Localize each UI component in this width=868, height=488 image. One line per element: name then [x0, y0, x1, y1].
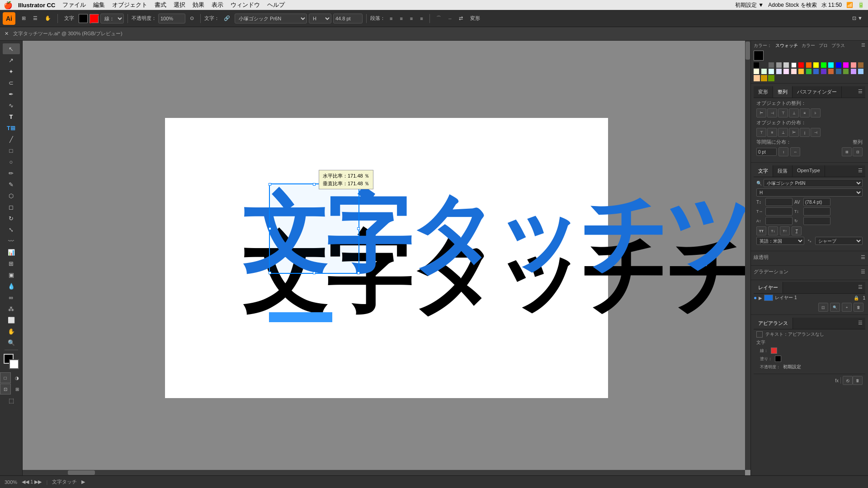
- type-stroke-swatch[interactable]: [90, 14, 99, 23]
- menu-file[interactable]: ファイル: [62, 1, 86, 9]
- align-left-edge[interactable]: ⊢: [756, 108, 766, 117]
- adobe-stock-search[interactable]: Adobe Stock を検索: [768, 1, 816, 9]
- swatch-dk-green[interactable]: [806, 69, 811, 74]
- dist-top[interactable]: ⊤: [756, 128, 766, 137]
- fx-icon[interactable]: fx: [835, 378, 839, 383]
- text-thread-btn[interactable]: ⇄: [456, 14, 466, 23]
- tab-transform[interactable]: 変形: [754, 86, 773, 98]
- apple-menu[interactable]: 🍎: [4, 1, 13, 9]
- swatch-pink[interactable]: [851, 62, 856, 68]
- swatch-yellow[interactable]: [813, 62, 819, 68]
- dist-bottom[interactable]: ⊥: [778, 128, 788, 137]
- appear-delete[interactable]: 🗑: [853, 376, 863, 385]
- equal-dist-v-btn[interactable]: ↕: [778, 147, 788, 156]
- tab-align[interactable]: 整列: [773, 86, 793, 98]
- opacity-input[interactable]: [158, 14, 185, 23]
- warp-tool[interactable]: 〰: [3, 235, 20, 246]
- swatch-lt-magenta[interactable]: [783, 69, 789, 74]
- tab-para[interactable]: 段落: [773, 165, 793, 177]
- rect-tool[interactable]: □: [3, 145, 20, 156]
- align-left-btn[interactable]: ≡: [387, 14, 395, 23]
- menu-edit[interactable]: 編集: [93, 1, 105, 9]
- scale-h-input[interactable]: 100%: [765, 207, 793, 216]
- kerning-input[interactable]: [803, 198, 830, 206]
- toolbar-workspace-btn[interactable]: ⊞: [19, 14, 28, 23]
- font-link-btn[interactable]: 🔗: [221, 14, 233, 23]
- status-arrow[interactable]: ▶: [81, 479, 85, 485]
- baseline-input[interactable]: 0: [765, 217, 793, 225]
- layer-lock-icon[interactable]: 🔒: [854, 296, 859, 300]
- swatch-lt-purple[interactable]: [851, 69, 856, 74]
- shaper-tool[interactable]: ⬡: [3, 190, 20, 201]
- swatch-amber[interactable]: [798, 69, 804, 74]
- blend-tool[interactable]: ∞: [3, 292, 20, 303]
- handle-mid-left[interactable]: [269, 227, 271, 230]
- swatch-purple[interactable]: [821, 69, 826, 74]
- menu-object[interactable]: オブジェクト: [112, 1, 147, 9]
- close-btn-bar[interactable]: ✕: [3, 30, 10, 38]
- menu-view[interactable]: 表示: [212, 1, 223, 9]
- view-artboards[interactable]: ⬚: [3, 395, 20, 406]
- color-tab-plus[interactable]: プラス: [831, 42, 845, 49]
- delete-layer[interactable]: 🗑: [854, 303, 863, 312]
- swatch-dk-gray[interactable]: [761, 62, 767, 68]
- swatch-magenta[interactable]: [843, 62, 849, 68]
- tab-appearance[interactable]: アピアランス: [754, 318, 793, 329]
- align-justify-btn[interactable]: ≡: [417, 14, 425, 23]
- menu-effect[interactable]: 効果: [193, 1, 204, 9]
- char-style-tt[interactable]: TT: [756, 226, 766, 235]
- color-tab-color[interactable]: カラー: [802, 42, 815, 49]
- page-nav[interactable]: ◀◀ 1 ▶▶: [22, 479, 42, 485]
- paintbrush-tool[interactable]: ✏: [3, 168, 20, 178]
- handle-bot-left[interactable]: [269, 272, 271, 274]
- mesh-tool[interactable]: ⊞: [3, 258, 20, 269]
- layer-eye-icon[interactable]: ●: [754, 295, 757, 301]
- arrange-canvas[interactable]: ⊞: [842, 147, 852, 156]
- scrollbar-v-thumb[interactable]: [745, 42, 750, 60]
- add-layer[interactable]: +: [842, 303, 852, 312]
- zoom-tool[interactable]: 🔍: [3, 337, 20, 348]
- equal-dist-input[interactable]: [756, 148, 777, 156]
- selection-box[interactable]: [269, 183, 359, 274]
- handle-bot-center[interactable]: [313, 272, 316, 274]
- handle-bot-right[interactable]: [357, 272, 360, 274]
- toolbar-arrange-btn[interactable]: ☰: [30, 14, 40, 23]
- swatch-lt-green[interactable]: [761, 69, 767, 74]
- color-tab-pro[interactable]: プロ: [819, 42, 828, 49]
- swatch-red[interactable]: [798, 62, 804, 68]
- scale-v-input[interactable]: 100%: [803, 207, 830, 216]
- char-style-t-sub[interactable]: T↓: [768, 226, 778, 235]
- scrollbar-horizontal[interactable]: [23, 470, 745, 475]
- font-family-panel-select[interactable]: 小塚ゴシック Pr6N: [764, 179, 863, 187]
- hand-tool[interactable]: ✋: [3, 326, 20, 337]
- toolbar-touch-btn[interactable]: ✋: [42, 14, 54, 23]
- align-h-center[interactable]: ⊣: [767, 108, 777, 117]
- lang-select[interactable]: 英語：米国: [756, 237, 804, 245]
- layer-expand-icon[interactable]: ▶: [759, 296, 762, 300]
- screen-mode-normal[interactable]: ⊡: [0, 384, 11, 394]
- layers-panel-menu[interactable]: ☰: [855, 282, 865, 293]
- char-style-t-sup[interactable]: T↑: [780, 226, 790, 235]
- swatch-lt-cyan[interactable]: [769, 69, 774, 74]
- pen-tool[interactable]: ✒: [3, 89, 20, 99]
- pencil-tool[interactable]: ✎: [3, 179, 20, 190]
- align-center-btn[interactable]: ≡: [397, 14, 405, 23]
- line-tool[interactable]: ╱: [3, 134, 20, 145]
- active-color-preview[interactable]: [754, 51, 764, 61]
- dist-right[interactable]: ⊣: [811, 128, 821, 137]
- rotate-tool[interactable]: ↻: [3, 213, 20, 224]
- align-right-btn[interactable]: ≡: [407, 14, 415, 23]
- swatch-dk-olive[interactable]: [768, 75, 774, 81]
- gradient-tool[interactable]: ▣: [3, 269, 20, 280]
- align-top-edge[interactable]: ⊥: [789, 108, 799, 117]
- appearance-panel-menu[interactable]: ☰: [855, 318, 865, 329]
- curvature-tool[interactable]: ∿: [3, 100, 20, 111]
- swatch-sienna[interactable]: [828, 69, 834, 74]
- symbol-tool[interactable]: ⁂: [3, 303, 20, 314]
- swatch-peach[interactable]: [754, 75, 760, 81]
- tab-pathfinder[interactable]: パスファインダー: [793, 86, 842, 98]
- menu-help[interactable]: ヘルプ: [267, 1, 285, 9]
- color-panel-menu[interactable]: ☰: [861, 42, 865, 49]
- eyedropper-tool[interactable]: 💧: [3, 281, 20, 291]
- appear-stroke-swatch[interactable]: [771, 347, 777, 354]
